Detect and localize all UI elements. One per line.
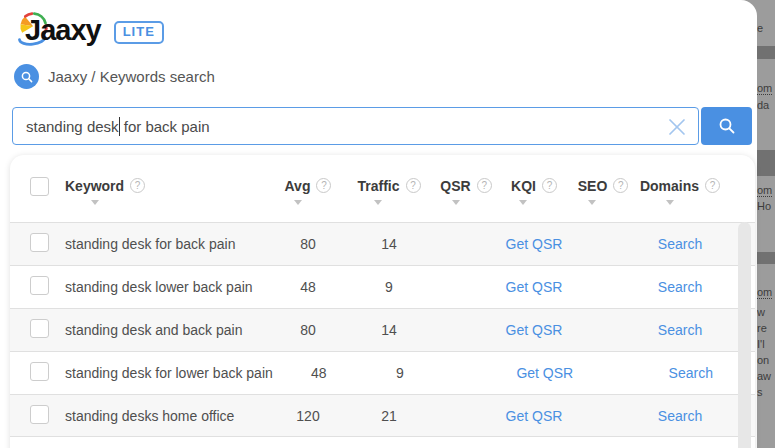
help-icon[interactable]: ? (316, 178, 331, 193)
keyword-cell: standing desk for back pain (65, 236, 268, 252)
help-icon[interactable]: ? (705, 178, 720, 193)
sort-caret-icon[interactable] (374, 200, 382, 205)
avg-cell: 48 (268, 279, 348, 295)
background-band (755, 252, 775, 264)
row-checkbox[interactable] (30, 362, 49, 381)
background-text: s (757, 386, 763, 398)
keyword-cell: standing desk and back pain (65, 322, 268, 338)
keyword-cell: standing desks home office (65, 408, 268, 424)
background-text: aw (757, 370, 771, 382)
table-row: standing desk for back pain 80 14 Get QS… (10, 222, 755, 265)
background-text: on (757, 354, 769, 366)
search-input[interactable]: standing desk for back pain (12, 107, 699, 145)
background-text: I'l (757, 338, 765, 350)
avg-cell: 48 (279, 365, 359, 381)
results-card: Keyword ? Avg ? Traffic (10, 155, 755, 448)
sort-caret-icon[interactable] (519, 200, 527, 205)
background-text: e (757, 22, 763, 34)
traffic-cell: 14 (348, 236, 430, 252)
col-header-kqi[interactable]: KQI (511, 178, 536, 195)
background-page: e om da om Ho om w re I'l on aw s (755, 0, 775, 448)
background-text: om (757, 184, 772, 197)
table-row: standing desk lower back pain 48 9 Get Q… (10, 265, 755, 308)
jaaxy-panel: Jaaxy LITE Jaaxy / Keywords search stand… (0, 0, 757, 448)
sort-caret-icon[interactable] (666, 200, 674, 205)
background-text: Ho (757, 200, 771, 212)
help-icon[interactable]: ? (477, 178, 492, 193)
get-qsr-link[interactable]: Get QSR (506, 322, 563, 338)
background-text: da (757, 99, 769, 111)
traffic-cell: 9 (348, 279, 430, 295)
sort-caret-icon[interactable] (588, 200, 596, 205)
avg-cell: 80 (268, 322, 348, 338)
help-icon[interactable]: ? (542, 178, 557, 193)
get-qsr-link[interactable]: Get QSR (506, 408, 563, 424)
col-header-traffic[interactable]: Traffic (357, 178, 399, 195)
search-icon (717, 116, 737, 136)
col-header-avg[interactable]: Avg (285, 178, 311, 195)
sort-caret-icon[interactable] (452, 200, 460, 205)
select-all-checkbox[interactable] (30, 177, 49, 196)
background-band (755, 46, 775, 59)
row-checkbox[interactable] (30, 276, 49, 295)
col-header-qsr[interactable]: QSR (440, 178, 470, 195)
breadcrumb: Jaaxy / Keywords search (14, 64, 215, 89)
domain-search-link[interactable]: Search (658, 279, 702, 295)
background-band (755, 150, 775, 176)
search-submit-button[interactable] (701, 107, 752, 145)
keyword-cell: standing desk for lower back pain (65, 365, 279, 381)
get-qsr-link[interactable]: Get QSR (506, 236, 563, 252)
get-qsr-link[interactable]: Get QSR (506, 279, 563, 295)
traffic-cell: 14 (348, 322, 430, 338)
search-input-text: for back pain (120, 118, 210, 135)
breadcrumb-label: Jaaxy / Keywords search (48, 68, 215, 85)
col-header-domains[interactable]: Domains (640, 178, 699, 195)
table-row: standing desks home office 120 21 Get QS… (10, 394, 755, 437)
row-checkbox[interactable] (30, 405, 49, 424)
table-row: standing desk for lower back pain 48 9 G… (10, 351, 755, 394)
avg-cell: 120 (268, 408, 348, 424)
domain-search-link[interactable]: Search (658, 408, 702, 424)
background-text: re (757, 322, 767, 334)
row-checkbox[interactable] (30, 319, 49, 338)
table-header: Keyword ? Avg ? Traffic (10, 155, 755, 222)
keyword-cell: standing desk lower back pain (65, 279, 268, 295)
domain-search-link[interactable]: Search (669, 365, 713, 381)
traffic-cell: 9 (359, 365, 441, 381)
col-header-keyword[interactable]: Keyword (65, 178, 124, 195)
search-icon (14, 64, 39, 89)
avg-cell: 80 (268, 236, 348, 252)
background-text: om (757, 82, 772, 95)
logo-wordmark: Jaaxy (25, 8, 101, 52)
help-icon[interactable]: ? (406, 178, 421, 193)
logo: Jaaxy LITE (14, 8, 164, 52)
sort-caret-icon[interactable] (294, 200, 302, 205)
help-icon[interactable]: ? (130, 178, 145, 193)
clear-x-icon[interactable] (666, 116, 688, 138)
search-input-text: standing desk (26, 118, 119, 135)
table-scrollbar[interactable] (738, 222, 751, 448)
background-text: w (757, 306, 765, 318)
background-text: om (757, 286, 772, 299)
get-qsr-link[interactable]: Get QSR (516, 365, 573, 381)
domain-search-link[interactable]: Search (658, 236, 702, 252)
screen: e om da om Ho om w re I'l on aw s Jaaxy … (0, 0, 775, 448)
sort-caret-icon[interactable] (91, 200, 99, 205)
help-icon[interactable]: ? (613, 178, 628, 193)
lite-badge: LITE (114, 21, 164, 44)
table-row: standing desk and back pain 80 14 Get QS… (10, 308, 755, 351)
domain-search-link[interactable]: Search (658, 322, 702, 338)
search-bar: standing desk for back pain (12, 107, 752, 145)
row-checkbox[interactable] (30, 233, 49, 252)
traffic-cell: 21 (348, 408, 430, 424)
col-header-seo[interactable]: SEO (578, 178, 608, 195)
